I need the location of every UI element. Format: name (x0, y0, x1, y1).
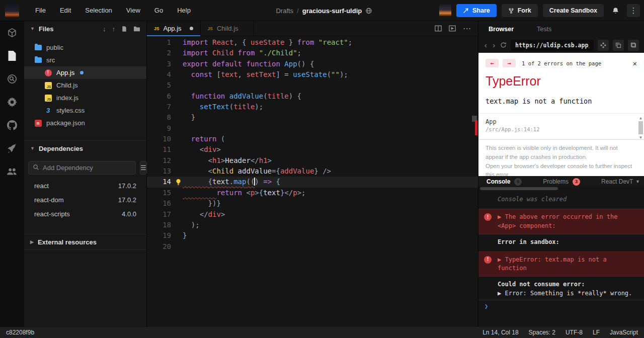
code-line-14[interactable]: 14 {text.map(() => { (147, 177, 478, 187)
console-tab-problems[interactable]: Problems3 (543, 178, 580, 186)
dependency-menu-icon[interactable]: ☰ (140, 161, 147, 175)
files-section-header[interactable]: ▼ Files ↓ ↑ (24, 21, 146, 36)
sandbox-cube-icon[interactable] (7, 27, 18, 38)
previous-error-button[interactable]: ← (486, 59, 499, 67)
file-index-js[interactable]: JSindex.js (24, 92, 146, 104)
code-line-16[interactable]: 16 })} (147, 198, 478, 209)
menu-go[interactable]: Go (147, 4, 170, 17)
code-line-5[interactable]: 5 (147, 80, 478, 91)
close-overlay-icon[interactable]: ✕ (633, 59, 637, 67)
console-info-row[interactable]: Console was cleared (478, 190, 644, 208)
notifications-bell-icon[interactable] (609, 4, 622, 17)
code-line-6[interactable]: 6 function addValue(title) { (147, 91, 478, 102)
code-line-13[interactable]: 13 <Child addValue={addValue} /> (147, 166, 478, 177)
user-avatar[interactable] (439, 5, 451, 17)
code-line-3[interactable]: 3export default function App() { (147, 59, 478, 69)
code-line-18[interactable]: 18 ); (147, 220, 478, 230)
forward-icon[interactable]: › (492, 41, 497, 49)
menu-view[interactable]: View (119, 4, 147, 17)
status-javascript[interactable]: JavaScript (610, 329, 638, 336)
code-line-12[interactable]: 12 <h1>Header</h1> (147, 155, 478, 166)
console-error-row[interactable]: !▶ The above error occurred in the <App>… (478, 209, 644, 234)
dependency-react-scripts[interactable]: react-scripts4.0.0 (24, 207, 146, 221)
console-tab-react-devt[interactable]: React DevT (601, 178, 633, 185)
live-collaboration-users-icon[interactable] (7, 166, 18, 177)
menu-edit[interactable]: Edit (53, 4, 78, 17)
copy-url-icon[interactable] (613, 40, 624, 51)
new-file-icon[interactable] (121, 26, 127, 32)
stack-frame[interactable]: App /src/App.js:14:12 ▲ ▼ (478, 113, 644, 132)
file-styles-css[interactable]: 3styles.css (24, 104, 146, 117)
file-package-json[interactable]: npackage.json (24, 117, 146, 129)
settings-gear-icon[interactable] (7, 97, 18, 108)
code-line-15[interactable]: 15 return <p>{text}</p>; (147, 188, 478, 198)
menu-file[interactable]: File (28, 4, 53, 17)
code-line-10[interactable]: 10 return ( (147, 134, 478, 144)
chevron-down-icon[interactable]: ▼ (635, 179, 640, 184)
status-spaces[interactable]: Spaces: 2 (529, 329, 555, 336)
code-line-2[interactable]: 2import Child from "./Child"; (147, 48, 478, 58)
download-icon[interactable]: ↓ (103, 25, 106, 33)
overlay-scrollbar[interactable]: ▲ ▼ (638, 116, 643, 140)
file-child-js[interactable]: JSChild.js (24, 79, 146, 92)
code-line-7[interactable]: 7 setText(title); (147, 102, 478, 112)
code-line-20[interactable]: 20 (147, 241, 478, 252)
file-public[interactable]: public (24, 41, 146, 54)
split-editor-icon[interactable] (435, 25, 442, 32)
dependency-react[interactable]: react17.0.2 (24, 179, 146, 193)
file-app-js[interactable]: !App.js (24, 66, 146, 79)
status-ln[interactable]: Ln 14, Col 18 (482, 329, 518, 336)
fork-button[interactable]: Fork (502, 4, 538, 17)
codesandbox-logo[interactable] (5, 4, 19, 18)
globe-icon[interactable] (365, 8, 372, 14)
code-line-9[interactable]: 9 (147, 123, 478, 134)
breadcrumb-folder[interactable]: Drafts (276, 7, 293, 15)
code-line-4[interactable]: 4 const [text, setText] = useState(""); (147, 69, 478, 80)
code-line-11[interactable]: 11 <div> (147, 144, 478, 155)
quick-fix-lightbulb-icon[interactable] (175, 179, 182, 186)
console-input[interactable]: ❯ (478, 300, 644, 312)
unsaved-dot[interactable] (190, 27, 193, 30)
dependencies-section-header[interactable]: ▼ Dependencies (24, 141, 146, 156)
code-area[interactable]: 1import React, { useState } from "react"… (147, 36, 478, 252)
upload-icon[interactable]: ↑ (112, 25, 116, 33)
menu-help[interactable]: Help (170, 4, 198, 17)
deployment-rocket-icon[interactable] (7, 143, 18, 154)
scroll-down-icon[interactable]: ▼ (639, 135, 642, 140)
github-icon[interactable] (7, 120, 18, 131)
dependency-react-dom[interactable]: react-dom17.0.2 (24, 193, 146, 207)
new-folder-icon[interactable] (133, 26, 140, 32)
search-icon[interactable] (7, 73, 18, 84)
tab-browser[interactable]: Browser (489, 26, 514, 33)
code-line-1[interactable]: 1import React, { useState } from "react"… (147, 37, 478, 48)
console-tab-console[interactable]: Console6 (487, 178, 522, 186)
next-error-button[interactable]: → (503, 59, 516, 67)
editor-more-icon[interactable]: ⋯ (463, 24, 471, 33)
scroll-up-icon[interactable]: ▲ (639, 116, 642, 120)
tab-child-js[interactable]: JS Child.js (201, 21, 254, 36)
refresh-icon[interactable] (500, 42, 507, 48)
code-line-8[interactable]: 8 } (147, 112, 478, 123)
add-dependency-input[interactable] (28, 161, 136, 175)
back-icon[interactable]: ‹ (484, 41, 488, 49)
open-preview-icon[interactable] (449, 25, 456, 32)
console-log-group[interactable]: Could not consume error:▶ Error: Somethi… (478, 277, 644, 301)
create-sandbox-button[interactable]: Create Sandbox (543, 4, 604, 17)
tab-tests[interactable]: Tests (537, 26, 551, 33)
share-button[interactable]: Share (456, 4, 497, 17)
scrollbar-thumb[interactable] (638, 121, 643, 134)
console-error-row[interactable]: !▶ TypeError: text.map is not a function (478, 251, 644, 277)
tab-app-js[interactable]: JS App.js (147, 21, 201, 36)
code-line-19[interactable]: 19} (147, 230, 478, 241)
sandbox-title[interactable]: gracious-surf-uldip (302, 7, 362, 15)
url-bar[interactable] (511, 40, 594, 51)
status-lf[interactable]: LF (593, 329, 600, 336)
menu-selection[interactable]: Selection (78, 4, 119, 17)
file-src[interactable]: src (24, 54, 146, 66)
code-line-17[interactable]: 17 </div> (147, 209, 478, 220)
more-options-kebab-icon[interactable]: ⋮ (627, 4, 640, 17)
status-utf-8[interactable]: UTF-8 (566, 329, 583, 336)
external-resources-header[interactable]: ▶ External resources (24, 234, 146, 249)
file-explorer-icon[interactable] (7, 50, 18, 61)
responsive-mode-icon[interactable] (598, 40, 609, 51)
